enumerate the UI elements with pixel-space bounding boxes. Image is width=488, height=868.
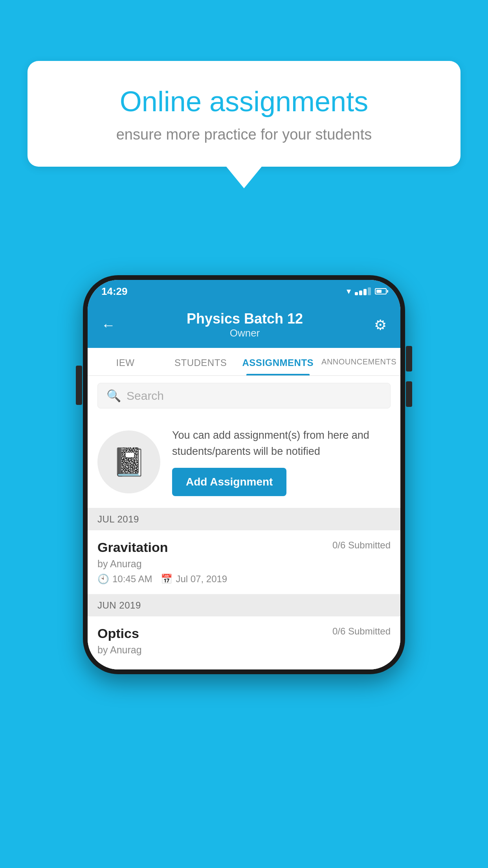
- phone-frame: 14:29 ▾: [83, 275, 405, 674]
- signal-bars: [355, 287, 371, 295]
- assignment-submitted-gravitation: 0/6 Submitted: [332, 540, 391, 551]
- phone-container: 14:29 ▾: [83, 275, 405, 674]
- signal-bar-1: [355, 292, 358, 295]
- assignment-author-optics: by Anurag: [97, 644, 391, 656]
- assignment-top: Gravitation 0/6 Submitted: [97, 540, 391, 555]
- assignment-submitted-optics: 0/6 Submitted: [332, 626, 391, 637]
- tab-announcements[interactable]: ANNOUNCEMENTS: [317, 348, 400, 375]
- assignment-author-gravitation: by Anurag: [97, 558, 391, 570]
- search-box[interactable]: 🔍 Search: [97, 383, 391, 408]
- search-container: 🔍 Search: [88, 376, 400, 416]
- signal-bar-2: [359, 291, 362, 295]
- search-icon: 🔍: [106, 389, 121, 403]
- notebook-icon: 📓: [112, 446, 146, 478]
- speech-bubble: Online assignments ensure more practice …: [28, 61, 460, 167]
- power-button: [76, 366, 82, 405]
- tab-students[interactable]: STUDENTS: [163, 348, 238, 375]
- tab-iew[interactable]: IEW: [88, 348, 163, 375]
- clock-icon: 🕙: [97, 574, 109, 585]
- assignment-time: 🕙 10:45 AM: [97, 574, 152, 585]
- info-text: You can add assignment(s) from here and …: [172, 427, 391, 496]
- info-icon-circle: 📓: [97, 430, 160, 493]
- assignment-top-optics: Optics 0/6 Submitted: [97, 626, 391, 641]
- wifi-icon: ▾: [347, 286, 351, 296]
- battery-fill: [376, 290, 382, 293]
- battery-icon: [375, 288, 387, 294]
- info-description: You can add assignment(s) from here and …: [172, 427, 391, 459]
- volume-down-button: [406, 381, 412, 407]
- bubble-subtitle: ensure more practice for your students: [55, 126, 433, 143]
- bubble-arrow: [226, 167, 262, 188]
- add-assignment-button[interactable]: Add Assignment: [172, 468, 286, 496]
- status-icons: ▾: [347, 286, 387, 296]
- header-subtitle: Owner: [187, 327, 303, 339]
- tab-assignments[interactable]: ASSIGNMENTS: [238, 348, 318, 375]
- settings-icon[interactable]: ⚙: [374, 317, 387, 333]
- assignment-title-optics: Optics: [97, 626, 139, 641]
- signal-bar-4: [368, 287, 371, 295]
- calendar-icon: 📅: [161, 574, 172, 585]
- app-header: ← Physics Batch 12 Owner ⚙: [88, 303, 400, 348]
- assignment-item-optics[interactable]: Optics 0/6 Submitted by Anurag: [88, 616, 400, 669]
- status-time: 14:29: [101, 285, 128, 298]
- search-placeholder: Search: [127, 389, 164, 403]
- assignment-title-gravitation: Gravitation: [97, 540, 168, 555]
- assignment-date: 📅 Jul 07, 2019: [161, 574, 227, 585]
- assignment-meta-gravitation: 🕙 10:45 AM 📅 Jul 07, 2019: [97, 574, 391, 585]
- back-button[interactable]: ←: [101, 317, 116, 333]
- assignment-item-gravitation[interactable]: Gravitation 0/6 Submitted by Anurag 🕙 10…: [88, 530, 400, 594]
- phone-screen: 14:29 ▾: [88, 280, 400, 669]
- tabs-bar: IEW STUDENTS ASSIGNMENTS ANNOUNCEMENTS: [88, 348, 400, 376]
- status-bar: 14:29 ▾: [88, 280, 400, 303]
- month-header-jul: JUL 2019: [88, 508, 400, 530]
- volume-up-button: [406, 346, 412, 371]
- signal-bar-3: [363, 289, 367, 295]
- header-title: Physics Batch 12: [187, 311, 303, 327]
- month-header-jun: JUN 2019: [88, 594, 400, 616]
- bubble-title: Online assignments: [55, 85, 433, 118]
- speech-bubble-container: Online assignments ensure more practice …: [28, 61, 460, 188]
- header-center: Physics Batch 12 Owner: [187, 311, 303, 339]
- info-card: 📓 You can add assignment(s) from here an…: [88, 416, 400, 508]
